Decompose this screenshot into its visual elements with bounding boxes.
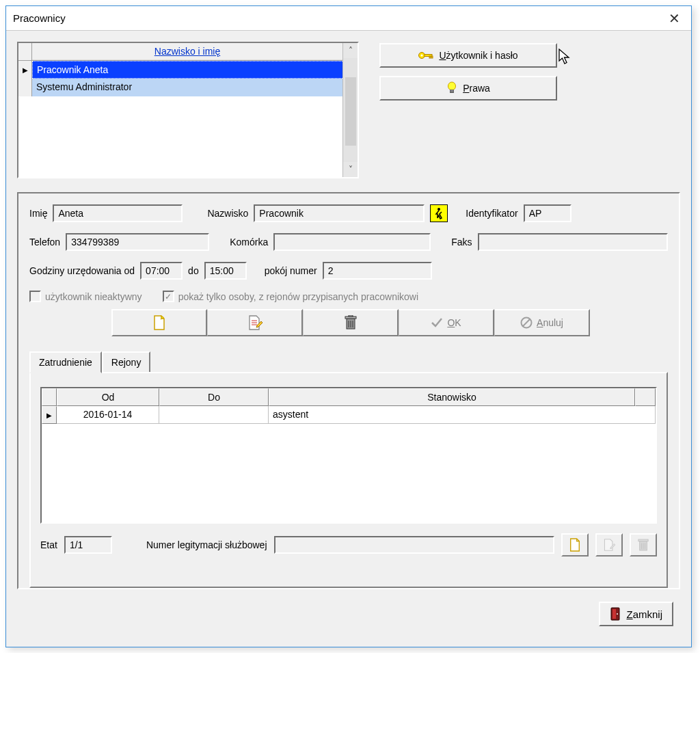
chk-region-only: ✓ pokaż tylko osoby, z rejonów przypisan… <box>163 291 418 302</box>
key-icon <box>418 50 433 61</box>
label-pokoj: pokój numer <box>265 265 317 276</box>
new-file-icon <box>569 538 581 552</box>
chk-inactive: użytkownik nieaktywny <box>29 291 142 302</box>
col-od[interactable]: Od <box>57 388 159 406</box>
list-item[interactable]: Systemu Administrator <box>18 79 342 96</box>
tab-employment[interactable]: Zatrudnienie <box>29 351 102 373</box>
ok-button: OK <box>399 309 494 336</box>
svg-point-5 <box>448 82 456 90</box>
label-telefon: Telefon <box>29 237 60 247</box>
faks-field[interactable] <box>478 233 668 251</box>
svg-rect-4 <box>431 56 433 58</box>
mini-new-button[interactable] <box>561 533 589 557</box>
person-run-icon <box>433 207 444 219</box>
cancel-button: Anuluj <box>494 309 590 336</box>
label-legit: Numer legitymacji służbowej <box>146 539 267 550</box>
scrollbar[interactable]: ˄ ˅ <box>342 43 358 177</box>
person-icon-button[interactable] <box>430 204 448 222</box>
table-row[interactable]: 2016-01-14 asystent <box>42 406 656 424</box>
godz-do-field[interactable] <box>204 262 247 280</box>
svg-point-28 <box>617 613 618 615</box>
edit-button[interactable] <box>207 309 303 336</box>
etat-field[interactable] <box>64 536 112 554</box>
svg-rect-15 <box>349 315 353 317</box>
label-godziny: Godziny urzędowania od <box>29 265 135 276</box>
employee-list-header[interactable]: Nazwisko i imię <box>32 43 342 60</box>
check-icon <box>431 317 443 328</box>
col-stanowisko[interactable]: Stanowisko <box>269 388 635 406</box>
nazwisko-field[interactable] <box>254 204 425 222</box>
checkbox-icon <box>29 291 41 302</box>
legit-field[interactable] <box>274 536 554 554</box>
svg-rect-22 <box>638 539 648 541</box>
new-file-icon <box>152 315 166 330</box>
label-identyfikator: Identyfikator <box>466 208 517 219</box>
pokoj-field[interactable] <box>323 262 432 280</box>
checkbox-checked-icon: ✓ <box>163 291 174 302</box>
mini-edit-button <box>595 533 623 557</box>
door-icon <box>610 607 621 621</box>
scroll-up-icon[interactable]: ˄ <box>343 43 358 58</box>
bulb-icon <box>446 81 457 95</box>
employment-grid[interactable]: Od Do Stanowisko 2016-01-14 asystent <box>40 387 657 524</box>
label-etat: Etat <box>40 539 57 550</box>
titlebar: Pracownicy ✕ <box>6 6 691 31</box>
svg-line-20 <box>523 319 530 326</box>
delete-button[interactable] <box>303 309 399 336</box>
row-indicator-icon <box>42 406 57 424</box>
label-komorka: Komórka <box>230 237 268 247</box>
imie-field[interactable] <box>53 204 183 222</box>
label-do: do <box>188 265 199 276</box>
svg-rect-3 <box>429 56 431 58</box>
employees-window: Pracownicy ✕ Nazwisko i imię Pracownik A… <box>5 5 692 647</box>
mini-delete-button <box>630 533 657 557</box>
tab-regions[interactable]: Rejony <box>102 351 151 372</box>
employee-listbox[interactable]: Nazwisko i imię Pracownik Aneta Systemu … <box>17 42 359 178</box>
edit-file-icon <box>247 315 262 330</box>
svg-rect-27 <box>612 609 616 619</box>
user-password-button[interactable]: Użytkownik i hasło <box>379 43 557 68</box>
col-do[interactable]: Do <box>159 388 269 406</box>
window-title: Pracownicy <box>13 12 66 24</box>
edit-file-icon <box>603 538 615 552</box>
svg-point-9 <box>438 208 440 211</box>
scroll-thumb[interactable] <box>345 77 356 146</box>
details-panel: Imię Nazwisko Identyfikator Telefon Komó… <box>17 192 680 589</box>
svg-point-1 <box>421 54 423 56</box>
godz-od-field[interactable] <box>140 262 183 280</box>
close-icon[interactable]: ✕ <box>664 10 684 27</box>
rights-button[interactable]: Prawa <box>379 76 557 100</box>
scroll-down-icon[interactable]: ˅ <box>343 162 358 177</box>
cursor-icon <box>558 49 572 66</box>
new-button[interactable] <box>111 309 207 336</box>
trash-icon <box>345 315 357 330</box>
label-imie: Imię <box>29 208 47 219</box>
row-indicator-icon <box>18 61 32 79</box>
identyfikator-field[interactable] <box>524 204 571 222</box>
label-nazwisko: Nazwisko <box>207 208 248 219</box>
close-button[interactable]: Zamknij <box>599 602 673 626</box>
label-faks: Faks <box>451 237 472 247</box>
telefon-field[interactable] <box>66 233 209 251</box>
trash-icon <box>638 538 649 552</box>
cancel-icon <box>520 317 533 329</box>
list-item[interactable]: Pracownik Aneta <box>18 61 342 79</box>
komorka-field[interactable] <box>273 233 431 251</box>
